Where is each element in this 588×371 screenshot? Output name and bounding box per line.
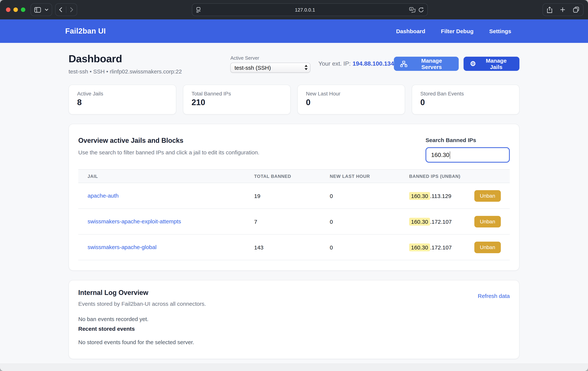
- header-buttons: Manage Servers ⚙ Manage Jails: [394, 57, 519, 71]
- ip-match-highlight: 160.30: [409, 243, 430, 251]
- active-server-label: Active Server: [231, 55, 310, 61]
- app-brand[interactable]: Fail2ban UI: [65, 27, 106, 35]
- log-subtitle: Events stored by Fail2ban-UI across all …: [78, 301, 206, 307]
- nav-item-dashboard[interactable]: Dashboard: [396, 28, 425, 34]
- nav-item-settings[interactable]: Settings: [489, 28, 511, 34]
- total-banned-value: 143: [245, 244, 320, 250]
- stat-value: 210: [191, 98, 282, 107]
- new-last-hour-value: 0: [320, 244, 400, 250]
- table-row: apache-auth 19 0 160.30.113.129 Unban: [78, 183, 510, 209]
- page-header: Dashboard test-ssh • SSH • rlinfp02.swis…: [69, 53, 519, 75]
- overview-card: Overview active Jails and Blocks Use the…: [69, 124, 519, 271]
- col-header-total-banned: TOTAL BANNED: [245, 174, 320, 179]
- log-title: Internal Log Overview: [78, 289, 206, 297]
- app-navbar: Fail2ban UI Dashboard Filter Debug Setti…: [0, 19, 588, 43]
- log-header: Internal Log Overview Events stored by F…: [78, 289, 510, 307]
- external-ip-value[interactable]: 194.88.100.134: [353, 60, 394, 67]
- stat-label: Total Banned IPs: [191, 91, 282, 97]
- divider: [66, 6, 66, 13]
- new-last-hour-value: 0: [320, 193, 400, 199]
- new-tab-icon[interactable]: [560, 7, 565, 12]
- stat-cards: Active Jails 8 Total Banned IPs 210 New …: [69, 85, 519, 114]
- select-stepper-icon: [304, 65, 308, 70]
- total-banned-value: 19: [245, 193, 320, 199]
- stat-card-active-jails: Active Jails 8: [69, 85, 176, 114]
- stat-card-total-banned: Total Banned IPs 210: [183, 85, 291, 114]
- ip-rest: .172.107: [430, 244, 452, 250]
- url-text: 127.0.0.1: [201, 7, 409, 12]
- ip-match-highlight: 160.30: [409, 218, 430, 225]
- refresh-data-link[interactable]: Refresh data: [478, 293, 510, 307]
- active-server-block: Active Server test-ssh (SSH): [231, 55, 310, 73]
- stat-card-stored-events: Stored Ban Events 0: [412, 85, 519, 114]
- chevron-down-icon[interactable]: [45, 9, 48, 11]
- minimize-window-button[interactable]: [13, 8, 18, 12]
- stat-label: Active Jails: [77, 91, 168, 97]
- search-label: Search Banned IPs: [426, 137, 510, 143]
- no-stored-events-text: No stored events found for the selected …: [78, 339, 510, 345]
- jail-link[interactable]: swissmakers-apache-global: [88, 244, 157, 250]
- jail-link[interactable]: apache-auth: [88, 192, 119, 199]
- unban-button[interactable]: Unban: [474, 241, 501, 253]
- stat-card-new-last-hour: New Last Hour 0: [297, 85, 405, 114]
- back-button[interactable]: [59, 7, 62, 12]
- external-ip-label: Your ext. IP:: [318, 60, 351, 67]
- unban-button[interactable]: Unban: [474, 216, 501, 227]
- banned-ip-cell: 160.30.172.107 Unban: [400, 216, 510, 227]
- col-header-new-last-hour: NEW LAST HOUR: [320, 174, 400, 179]
- tab-overview-icon[interactable]: [573, 7, 579, 13]
- sidebar-controls: [31, 3, 52, 16]
- page-content: Dashboard test-ssh • SSH • rlinfp02.swis…: [69, 43, 519, 363]
- active-server-select[interactable]: test-ssh (SSH): [231, 63, 310, 73]
- banned-ip: 160.30.113.129: [409, 193, 451, 199]
- browser-toolbar: 127.0.0.1 A: [0, 0, 588, 19]
- stat-value: 0: [306, 98, 397, 107]
- page-settings-icon[interactable]: [196, 7, 201, 12]
- nav-item-filter-debug[interactable]: Filter Debug: [441, 28, 474, 34]
- translate-icon[interactable]: A: [409, 7, 415, 12]
- total-banned-value: 7: [245, 218, 320, 225]
- toolbar-right-cluster: [543, 3, 584, 16]
- stat-value: 8: [77, 98, 168, 107]
- title-block: Dashboard test-ssh • SSH • rlinfp02.swis…: [69, 53, 231, 75]
- share-icon[interactable]: [547, 7, 552, 13]
- manage-servers-label: Manage Servers: [411, 57, 452, 70]
- banned-ip-cell: 160.30.113.129 Unban: [400, 190, 510, 202]
- forward-button[interactable]: [70, 7, 74, 12]
- search-value: 160.30: [431, 152, 449, 158]
- jail-link[interactable]: swissmakers-apache-exploit-attempts: [88, 218, 181, 224]
- browser-window: 127.0.0.1 A: [0, 0, 588, 371]
- zoom-window-button[interactable]: [21, 8, 25, 12]
- jails-table: JAIL TOTAL BANNED NEW LAST HOUR BANNED I…: [78, 169, 510, 260]
- stat-label: Stored Ban Events: [420, 91, 511, 97]
- sitemap-icon: [400, 61, 408, 67]
- overview-title: Overview active Jails and Blocks: [78, 137, 259, 145]
- page-subtitle: test-ssh • SSH • rlinfp02.swissmakers.co…: [69, 68, 231, 75]
- reload-icon[interactable]: [419, 7, 424, 12]
- manage-jails-button[interactable]: ⚙ Manage Jails: [463, 57, 519, 71]
- search-input[interactable]: 160.30: [426, 147, 510, 163]
- no-ban-events-text: No ban events recorded yet.: [78, 316, 510, 322]
- traffic-lights: [6, 8, 25, 12]
- table-row: swissmakers-apache-global 143 0 160.30.1…: [78, 235, 510, 260]
- text-caret: [450, 151, 450, 159]
- ip-match-highlight: 160.30: [409, 192, 430, 200]
- new-last-hour-value: 0: [320, 218, 400, 225]
- ip-rest: .113.129: [430, 193, 452, 199]
- manage-servers-button[interactable]: Manage Servers: [394, 57, 459, 71]
- internal-log-card: Internal Log Overview Events stored by F…: [69, 280, 519, 359]
- sidebar-icon[interactable]: [34, 7, 41, 12]
- banned-ip: 160.30.172.107: [409, 218, 452, 225]
- table-row: swissmakers-apache-exploit-attempts 7 0 …: [78, 209, 510, 235]
- close-window-button[interactable]: [6, 8, 10, 12]
- address-bar[interactable]: 127.0.0.1 A: [192, 3, 428, 16]
- banned-ip-cell: 160.30.172.107 Unban: [400, 241, 510, 253]
- search-block: Search Banned IPs 160.30: [426, 137, 510, 163]
- table-header-row: JAIL TOTAL BANNED NEW LAST HOUR BANNED I…: [78, 169, 510, 183]
- unban-button[interactable]: Unban: [474, 190, 501, 202]
- recent-events-title: Recent stored events: [78, 326, 510, 332]
- col-header-jail: JAIL: [78, 174, 245, 179]
- external-ip: Your ext. IP:194.88.100.134: [318, 60, 394, 67]
- log-title-block: Internal Log Overview Events stored by F…: [78, 289, 206, 307]
- overview-title-block: Overview active Jails and Blocks Use the…: [78, 137, 259, 163]
